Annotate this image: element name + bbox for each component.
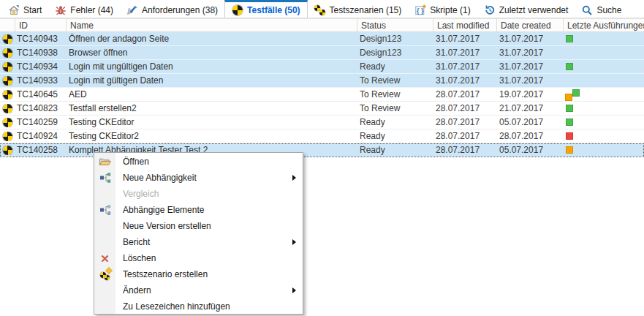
menu-item-neue-version-erstellen[interactable]: Neue Version erstellen	[94, 218, 303, 234]
column-header-name[interactable]: Name	[66, 19, 357, 31]
row-date-created: 19.07.2017	[496, 89, 563, 99]
last-executions-cell	[563, 60, 644, 73]
test-management-window: StartFehler (44)Anforderungen (38)Testfä…	[0, 0, 644, 316]
tab-label: Anforderungen (38)	[142, 5, 218, 15]
menu-item-testszenario-erstellen[interactable]: Testszenario erstellen	[94, 266, 303, 282]
row-last-modified: 28.07.2017	[433, 131, 496, 141]
testcase-icon	[0, 62, 15, 72]
execution-status-square-red	[566, 132, 573, 140]
column-header-label: Date created	[501, 20, 551, 31]
home-icon	[8, 4, 20, 16]
menu-item-löschen[interactable]: ✕Löschen	[94, 250, 303, 266]
table-row[interactable]: TC140924Testing CKEditor2Ready28.07.2017…	[0, 129, 644, 143]
row-date-created: 31.07.2017	[496, 75, 563, 86]
execution-status-square-green	[572, 89, 580, 97]
row-last-modified: 31.07.2017	[433, 48, 496, 58]
row-status: Ready	[357, 131, 433, 141]
row-date-created: 31.07.2017	[496, 61, 563, 72]
table-row[interactable]: TC140645AEDTo Review28.07.201719.07.2017	[0, 88, 644, 102]
row-id: TC140924	[15, 131, 66, 141]
execution-status-square-green	[566, 105, 573, 112]
requirements-icon	[126, 4, 138, 16]
tab-testfälle-50[interactable]: Testfälle (50)	[224, 0, 307, 18]
testscenario-icon	[314, 4, 326, 16]
menu-item-neue-abhängigkeit[interactable]: Neue Abhängigkeit	[94, 170, 303, 186]
table-row[interactable]: TC140938Browser öffnenDesign12331.07.201…	[0, 46, 644, 60]
row-status: To Review	[357, 89, 433, 99]
row-id: TC140933	[15, 75, 66, 86]
row-date-created: 31.07.2017	[496, 48, 563, 58]
column-header-date-created[interactable]: Date created	[496, 19, 563, 31]
menu-item-ändern[interactable]: Ändern	[94, 282, 303, 298]
row-date-created: 31.07.2017	[496, 34, 563, 44]
row-name: Login mit gültigen Daten	[66, 75, 357, 86]
last-executions-cell	[563, 143, 644, 157]
testcase-icon	[232, 4, 243, 16]
row-status: Design123	[357, 34, 433, 44]
tab-suche[interactable]: Suche	[575, 0, 628, 18]
row-last-modified: 28.07.2017	[433, 145, 496, 155]
row-name: Testing CKEditor2	[66, 131, 357, 141]
menu-item-bericht[interactable]: Bericht	[94, 234, 303, 250]
testcase-icon	[0, 48, 15, 58]
row-last-modified: 28.07.2017	[433, 117, 496, 127]
tab-zuletzt-verwendet[interactable]: Zuletzt verwendet	[477, 0, 575, 18]
tab-start[interactable]: Start	[1, 0, 48, 18]
row-status: To Review	[357, 103, 433, 113]
menu-item-abhängige-elemente[interactable]: 2Abhängige Elemente	[94, 202, 303, 218]
testcase-icon	[0, 132, 15, 141]
table-row[interactable]: TC140933Login mit gültigen DatenTo Revie…	[0, 74, 644, 88]
row-date-created: 05.07.2017	[496, 117, 563, 127]
tab-skripte-1[interactable]: { }Skripte (1)	[408, 0, 477, 18]
script-icon: { }	[414, 4, 426, 16]
column-header-last-modified[interactable]: Last modified	[433, 19, 496, 31]
execution-status-square-green	[566, 63, 573, 70]
delete-icon: ✕	[94, 253, 115, 264]
tab-label: Zuletzt verwendet	[499, 5, 569, 15]
dependency-icon	[94, 172, 115, 184]
tab-bar: StartFehler (44)Anforderungen (38)Testfä…	[0, 0, 644, 18]
table-row[interactable]: TC140823Testfall erstellen2To Review28.0…	[0, 102, 644, 116]
execution-status-square-orange	[566, 146, 573, 154]
column-header-status[interactable]: Status	[357, 19, 433, 31]
menu-item-label: Bericht	[115, 237, 150, 247]
submenu-arrow-icon	[292, 239, 296, 245]
row-name: Browser öffnen	[66, 48, 357, 58]
submenu-arrow-icon	[292, 287, 296, 293]
menu-item-label: Öffnen	[115, 157, 149, 167]
menu-item-label: Neue Abhängigkeit	[115, 173, 197, 183]
row-name: Öffnen der andagon Seite	[66, 34, 357, 44]
tab-anforderungen-38[interactable]: Anforderungen (38)	[120, 0, 224, 18]
column-header-id[interactable]: ID	[15, 19, 66, 31]
row-status: To Review	[357, 75, 433, 86]
testcase-table: ID Name Status Last modified Date create…	[0, 18, 644, 157]
menu-item-öffnen[interactable]: Öffnen	[94, 154, 303, 170]
context-menu: ÖffnenNeue AbhängigkeitVergleich2Abhängi…	[94, 152, 303, 315]
row-status: Ready	[357, 145, 433, 155]
tab-testszenarien-15[interactable]: Testszenarien (15)	[308, 0, 409, 18]
column-header-letzte-ausfuehrungen[interactable]: Letzte Ausführungen	[563, 19, 644, 31]
tab-fehler-44[interactable]: Fehler (44)	[48, 0, 120, 18]
last-executions-cell	[563, 32, 644, 45]
table-row[interactable]: TC140943Öffnen der andagon SeiteDesign12…	[0, 32, 644, 46]
table-row[interactable]: TC140259Testing CKEditorReady28.07.20170…	[0, 116, 644, 129]
row-date-created: 05.07.2017	[496, 145, 563, 155]
row-name: Testing CKEditor	[66, 117, 357, 127]
row-name: AED	[66, 89, 357, 99]
menu-item-label: Löschen	[115, 253, 156, 263]
menu-item-zu-lesezeichen-hinzufügen[interactable]: Zu Lesezeichen hinzufügen	[94, 298, 303, 315]
column-header-icon	[0, 19, 15, 31]
row-id: TC140259	[15, 117, 66, 127]
sparkle-icon	[105, 268, 111, 274]
svg-text:2: 2	[107, 211, 110, 216]
table-row[interactable]: TC140934Login mit ungültigen DatenReady3…	[0, 60, 644, 74]
execution-status-square-green	[566, 118, 573, 126]
last-executions-cell	[563, 116, 644, 129]
execution-status-square-green	[566, 35, 573, 42]
menu-item-label: Neue Version erstellen	[115, 221, 211, 231]
row-last-modified: 28.07.2017	[433, 89, 496, 99]
column-header-label: ID	[19, 20, 28, 31]
last-executions-cell	[563, 88, 644, 101]
last-executions-cell	[563, 74, 644, 87]
submenu-arrow-icon	[292, 175, 296, 181]
